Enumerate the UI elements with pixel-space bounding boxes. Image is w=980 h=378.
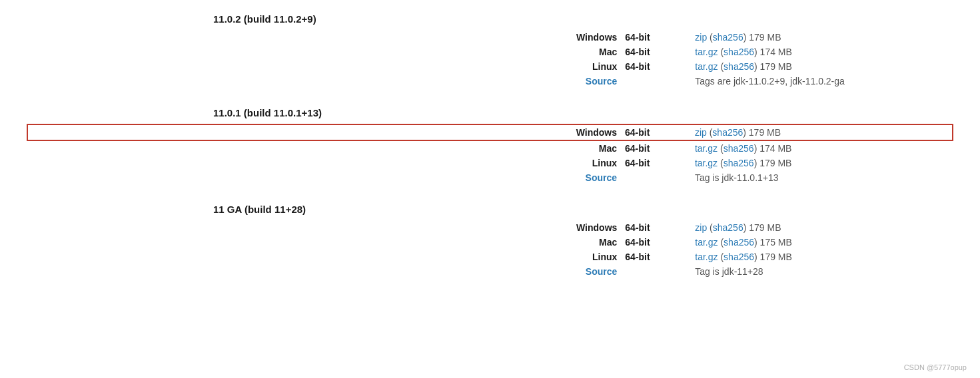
table-row-1-0: Windows64-bitzip (sha256) 179 MB xyxy=(27,124,953,140)
bits-cell-1-2: 64-bit xyxy=(621,156,691,170)
after-hash-1-0: ) 179 MB xyxy=(743,127,781,138)
hash-link-2-2[interactable]: sha256 xyxy=(724,252,754,262)
section-title-0: 11.0.2 (build 11.0.2+9) xyxy=(27,13,953,25)
os-cell-0-3: Source xyxy=(27,74,621,89)
after-hash-0-2: ) 179 MB xyxy=(754,61,792,72)
os-cell-1-3: Source xyxy=(27,170,621,185)
os-cell-2-2: Linux xyxy=(27,250,621,264)
after-hash-0-0: ) 179 MB xyxy=(743,32,781,43)
bits-cell-2-2: 64-bit xyxy=(621,250,691,264)
section-1: 11.0.1 (build 11.0.1+13)Windows64-bitzip… xyxy=(27,107,953,185)
download-cell-1-3: Tag is jdk-11.0.1+13 xyxy=(691,170,953,185)
download-link-2-0[interactable]: zip xyxy=(695,222,707,233)
download-cell-1-2: tar.gz (sha256) 179 MB xyxy=(691,156,953,170)
download-cell-1-1: tar.gz (sha256) 174 MB xyxy=(691,140,953,156)
download-cell-2-1: tar.gz (sha256) 175 MB xyxy=(691,235,953,250)
download-cell-2-0: zip (sha256) 179 MB xyxy=(691,220,953,235)
download-table-1: Windows64-bitzip (sha256) 179 MBMac64-bi… xyxy=(27,124,953,185)
download-link-0-2[interactable]: tar.gz xyxy=(695,61,718,72)
hash-label-1-1: ( xyxy=(718,143,724,154)
download-cell-1-0: zip (sha256) 179 MB xyxy=(691,124,953,140)
hash-label-2-1: ( xyxy=(718,237,724,248)
download-link-1-1[interactable]: tar.gz xyxy=(695,143,718,154)
bits-cell-0-0: 64-bit xyxy=(621,30,691,45)
table-row-0-3: SourceTags are jdk-11.0.2+9, jdk-11.0.2-… xyxy=(27,74,953,89)
hash-link-1-0[interactable]: sha256 xyxy=(712,127,743,138)
os-cell-2-1: Mac xyxy=(27,235,621,250)
section-title-1: 11.0.1 (build 11.0.1+13) xyxy=(27,107,953,118)
download-link-2-2[interactable]: tar.gz xyxy=(695,252,718,262)
after-hash-1-1: ) 174 MB xyxy=(754,143,792,154)
os-cell-0-1: Mac xyxy=(27,45,621,59)
table-row-2-3: SourceTag is jdk-11+28 xyxy=(27,264,953,279)
after-hash-2-0: ) 179 MB xyxy=(743,222,781,233)
download-table-2: Windows64-bitzip (sha256) 179 MBMac64-bi… xyxy=(27,220,953,279)
hash-label-0-1: ( xyxy=(718,47,724,57)
table-row-1-2: Linux64-bittar.gz (sha256) 179 MB xyxy=(27,156,953,170)
table-row-0-2: Linux64-bittar.gz (sha256) 179 MB xyxy=(27,59,953,74)
download-link-1-0[interactable]: zip xyxy=(695,127,707,138)
os-cell-2-0: Windows xyxy=(27,220,621,235)
after-hash-2-2: ) 179 MB xyxy=(754,252,792,262)
table-row-0-0: Windows64-bitzip (sha256) 179 MB xyxy=(27,30,953,45)
os-cell-0-2: Linux xyxy=(27,59,621,74)
bits-cell-1-1: 64-bit xyxy=(621,140,691,156)
after-hash-2-1: ) 175 MB xyxy=(754,237,792,248)
hash-link-2-0[interactable]: sha256 xyxy=(713,222,743,233)
table-row-1-1: Mac64-bittar.gz (sha256) 174 MB xyxy=(27,140,953,156)
source-label-2-3[interactable]: Source xyxy=(586,266,617,277)
watermark: CSDN @5777opup xyxy=(904,363,967,371)
download-table-0: Windows64-bitzip (sha256) 179 MBMac64-bi… xyxy=(27,30,953,89)
table-row-2-0: Windows64-bitzip (sha256) 179 MB xyxy=(27,220,953,235)
section-title-2: 11 GA (build 11+28) xyxy=(27,204,953,215)
download-cell-0-0: zip (sha256) 179 MB xyxy=(691,30,953,45)
hash-link-1-2[interactable]: sha256 xyxy=(724,158,754,168)
hash-label-2-2: ( xyxy=(718,252,724,262)
hash-link-0-1[interactable]: sha256 xyxy=(724,47,754,57)
download-cell-2-2: tar.gz (sha256) 179 MB xyxy=(691,250,953,264)
bits-cell-2-3 xyxy=(621,264,691,279)
hash-link-0-0[interactable]: sha256 xyxy=(713,32,743,43)
table-row-1-3: SourceTag is jdk-11.0.1+13 xyxy=(27,170,953,185)
hash-link-0-2[interactable]: sha256 xyxy=(724,61,754,72)
bits-cell-0-2: 64-bit xyxy=(621,59,691,74)
os-cell-1-2: Linux xyxy=(27,156,621,170)
source-label-0-3[interactable]: Source xyxy=(586,76,617,87)
hash-label-1-2: ( xyxy=(718,158,724,168)
hash-label-0-2: ( xyxy=(718,61,724,72)
section-0: 11.0.2 (build 11.0.2+9)Windows64-bitzip … xyxy=(27,13,953,89)
section-2: 11 GA (build 11+28)Windows64-bitzip (sha… xyxy=(27,204,953,279)
download-link-0-1[interactable]: tar.gz xyxy=(695,47,718,57)
bits-cell-1-0: 64-bit xyxy=(621,124,691,140)
download-cell-0-1: tar.gz (sha256) 174 MB xyxy=(691,45,953,59)
download-link-0-0[interactable]: zip xyxy=(695,32,707,43)
hash-link-1-1[interactable]: sha256 xyxy=(724,143,754,154)
os-cell-0-0: Windows xyxy=(27,30,621,45)
table-row-0-1: Mac64-bittar.gz (sha256) 174 MB xyxy=(27,45,953,59)
os-cell-2-3: Source xyxy=(27,264,621,279)
bits-cell-2-0: 64-bit xyxy=(621,220,691,235)
bits-cell-0-1: 64-bit xyxy=(621,45,691,59)
table-row-2-2: Linux64-bittar.gz (sha256) 179 MB xyxy=(27,250,953,264)
bits-cell-2-1: 64-bit xyxy=(621,235,691,250)
bits-cell-0-3 xyxy=(621,74,691,89)
hash-label-2-0: ( xyxy=(707,222,713,233)
os-cell-1-0: Windows xyxy=(27,124,621,140)
download-link-1-2[interactable]: tar.gz xyxy=(695,158,718,168)
hash-link-2-1[interactable]: sha256 xyxy=(724,237,754,248)
os-cell-1-1: Mac xyxy=(27,140,621,156)
hash-label-0-0: ( xyxy=(707,32,713,43)
bits-cell-1-3 xyxy=(621,170,691,185)
download-cell-0-2: tar.gz (sha256) 179 MB xyxy=(691,59,953,74)
download-link-2-1[interactable]: tar.gz xyxy=(695,237,718,248)
download-cell-2-3: Tag is jdk-11+28 xyxy=(691,264,953,279)
after-hash-0-1: ) 174 MB xyxy=(754,47,792,57)
table-row-2-1: Mac64-bittar.gz (sha256) 175 MB xyxy=(27,235,953,250)
download-cell-0-3: Tags are jdk-11.0.2+9, jdk-11.0.2-ga xyxy=(691,74,953,89)
source-label-1-3[interactable]: Source xyxy=(586,172,617,183)
after-hash-1-2: ) 179 MB xyxy=(754,158,792,168)
